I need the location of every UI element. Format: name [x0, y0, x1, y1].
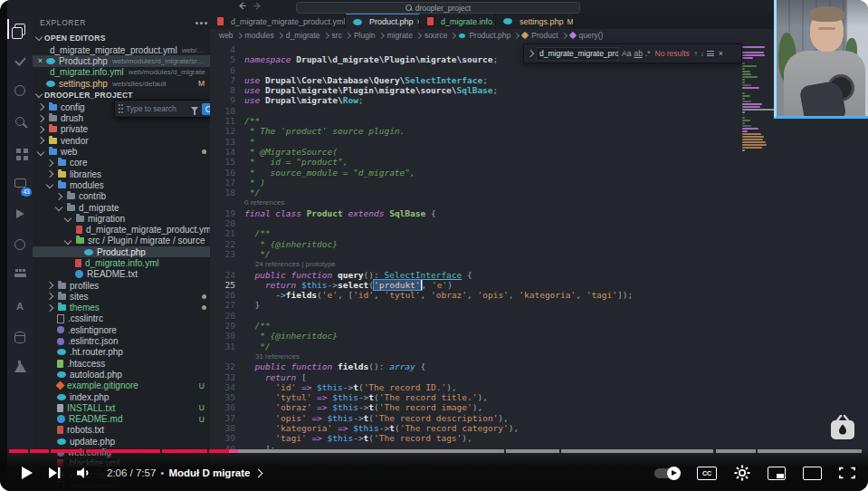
chapter-chevron-icon[interactable] [254, 469, 263, 478]
breadcrumb-item[interactable]: d_migrate [286, 31, 320, 40]
tree-item[interactable]: migration [33, 213, 210, 224]
tree-item[interactable]: sites [33, 291, 210, 302]
breadcrumb-item[interactable]: src [332, 31, 342, 40]
search-button[interactable] [202, 103, 210, 115]
tree-item[interactable]: vendor [33, 135, 210, 146]
tree-item[interactable]: README.mdU [33, 414, 210, 425]
editor-pane[interactable]: d_migrate_migrate_product.ymlProduct.php… [210, 14, 868, 491]
chapter-segment[interactable] [106, 449, 161, 453]
theater-button[interactable] [803, 467, 822, 480]
tree-item[interactable]: README.txt [33, 269, 210, 280]
miniplayer-button[interactable] [768, 467, 786, 480]
chapter-segment[interactable] [162, 449, 207, 453]
prev-match-icon[interactable]: ↑ [694, 50, 698, 58]
play-button[interactable] [13, 466, 40, 480]
chapter-title[interactable]: Moduł D migrate [168, 467, 250, 478]
tree-item[interactable]: private [33, 124, 210, 135]
activity-php-icon[interactable] [7, 229, 33, 260]
tab-d-migrate-migrate-product-yml[interactable]: d_migrate_migrate_product.yml [210, 14, 346, 29]
codelens[interactable]: 0 references [210, 197, 740, 207]
breadcrumb-item[interactable]: query() [579, 31, 604, 40]
channel-watermark[interactable] [827, 415, 858, 446]
match-case-icon[interactable]: Aa [622, 49, 631, 58]
forward-icon[interactable] [253, 2, 262, 10]
tree-item[interactable]: .htaccess [33, 358, 210, 369]
grip-icon[interactable] [119, 104, 120, 106]
tree-item[interactable]: libraries [33, 168, 210, 179]
activity-run-icon[interactable] [7, 198, 33, 229]
chapter-segment[interactable] [30, 449, 49, 453]
chapter-segment[interactable] [51, 449, 84, 453]
activity-debug-icon[interactable] [7, 75, 33, 106]
tab-d-migrate-info-yml[interactable]: d_migrate.info.yml [420, 14, 496, 29]
chapter-segment[interactable] [716, 449, 756, 453]
activity-search-icon[interactable] [7, 106, 33, 137]
tree-item[interactable]: themes [33, 303, 210, 313]
open-editor-item[interactable]: ×Product.phpweb/modules/d_migrate/src/Pl… [33, 55, 210, 66]
breadcrumb-item[interactable]: Product.php [469, 31, 510, 40]
next-match-icon[interactable]: ↓ [701, 50, 704, 58]
activity-source-control-check-icon[interactable] [7, 44, 33, 75]
tab-settings-php[interactable]: settings.phpM [496, 14, 574, 29]
open-editor-item[interactable]: d_migrate_migrate_product.ymlweb/modules… [33, 44, 210, 55]
chapter-segment[interactable] [758, 449, 862, 453]
tree-item[interactable]: Product.php [33, 246, 210, 257]
next-button[interactable] [40, 467, 69, 479]
back-icon[interactable] [238, 2, 246, 10]
activity-chat-icon[interactable]: 43 [7, 168, 33, 198]
captions-button[interactable]: CC [697, 467, 717, 480]
activity-test-flask-icon[interactable] [7, 352, 33, 383]
activity-explorer-icon[interactable] [7, 14, 33, 44]
find-input[interactable]: d_migrate_migrate_proc [536, 47, 619, 61]
chapter-segment[interactable] [561, 449, 713, 453]
autoplay-toggle[interactable] [654, 468, 680, 478]
filter-input[interactable]: Type to search [126, 104, 187, 113]
fullscreen-button[interactable] [839, 467, 855, 479]
tree-item[interactable]: update.php [33, 436, 210, 447]
expand-replace-icon[interactable] [527, 50, 534, 57]
tree-item[interactable]: d_migrate_migrate_product.yml [33, 224, 210, 235]
tree-item[interactable]: INSTALL.txtU [33, 402, 210, 413]
chapter-segment[interactable] [506, 449, 560, 453]
whole-word-icon[interactable]: ab [634, 49, 642, 58]
tree-item[interactable]: modules [33, 179, 210, 190]
settings-button[interactable] [734, 465, 750, 481]
regex-icon[interactable]: .* [645, 49, 651, 58]
tree-item[interactable]: d_migrate.info.yml [33, 257, 210, 268]
activity-a-tool-icon[interactable]: A [7, 291, 33, 322]
tree-item[interactable]: contrib [33, 191, 210, 202]
tree-item[interactable]: d_migrate [33, 202, 210, 213]
breadcrumb-item[interactable]: Product [531, 31, 558, 40]
tree-item[interactable]: .eslintignore [33, 324, 210, 335]
tree-item[interactable]: .eslintrc.json [33, 335, 210, 346]
chapter-segment[interactable] [9, 449, 28, 453]
find-in-selection-icon[interactable] [707, 51, 714, 56]
activity-docker-icon[interactable] [7, 260, 33, 291]
breadcrumb-item[interactable]: modules [245, 31, 274, 40]
open-editor-item[interactable]: d_migrate.info.ymlweb/modules/d_migrate [33, 67, 210, 78]
tree-item[interactable]: src / Plugin / migrate / source [33, 236, 210, 246]
breadcrumb-item[interactable]: Plugin [354, 31, 376, 40]
codelens[interactable]: 24 references | prototype [210, 259, 740, 269]
tree-item[interactable]: autoload.php [33, 369, 210, 380]
open-editors-header[interactable]: OPEN EDITORS [33, 32, 210, 44]
close-icon[interactable]: × [719, 49, 723, 58]
playhead-icon[interactable] [229, 449, 238, 453]
codelens[interactable]: 31 references [210, 351, 740, 361]
more-actions-icon[interactable] [200, 22, 203, 24]
tree-item[interactable]: core [33, 158, 210, 168]
breadcrumb-item[interactable]: source [424, 31, 448, 40]
activity-extensions-icon[interactable] [7, 137, 33, 168]
filter-icon[interactable] [191, 107, 198, 111]
volume-button[interactable] [69, 467, 98, 479]
code-editor[interactable]: 45namespace Drupal\d_migrate\Plugin\migr… [210, 42, 740, 491]
activity-database-icon[interactable] [7, 322, 33, 352]
tree-item[interactable]: example.gitignoreU [33, 380, 210, 391]
tree-item[interactable]: .csslintrc [33, 313, 210, 324]
tree-item[interactable]: robots.txt [33, 425, 210, 436]
breadcrumb[interactable]: webmodulesd_migratesrcPluginmigratesourc… [210, 29, 868, 42]
chapter-segment[interactable] [209, 449, 503, 453]
tab-product-php[interactable]: Product.php× [346, 14, 420, 29]
close-icon[interactable]: × [36, 57, 44, 65]
breadcrumb-item[interactable]: migrate [387, 31, 413, 40]
